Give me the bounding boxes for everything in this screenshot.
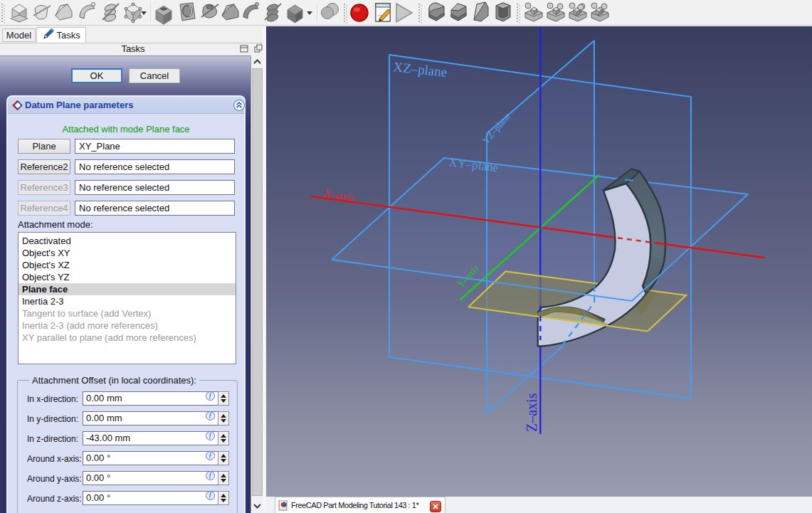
svg-text:Z–axis: Z–axis [524,393,539,432]
